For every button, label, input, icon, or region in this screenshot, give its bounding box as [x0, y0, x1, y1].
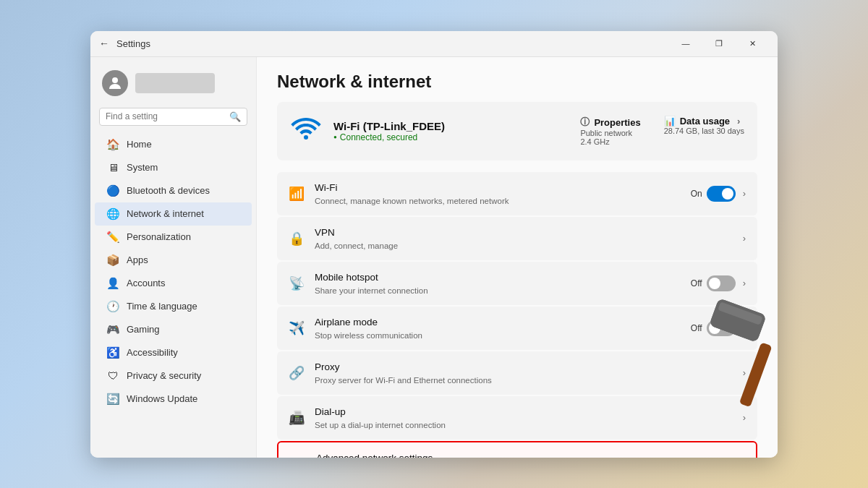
- advanced-text: Advanced network settings View all netwo…: [316, 451, 728, 458]
- system-icon: 🖥: [106, 161, 119, 174]
- sidebar-item-update[interactable]: 🔄 Windows Update: [95, 388, 252, 411]
- update-icon: 🔄: [106, 393, 119, 406]
- vpn-text: VPN Add, connect, manage: [315, 226, 730, 252]
- sidebar-item-system[interactable]: 🖥 System: [95, 156, 252, 179]
- sidebar-item-accessibility[interactable]: ♿ Accessibility: [95, 341, 252, 364]
- vpn-title: VPN: [315, 227, 335, 238]
- wifi-icon: 📶: [289, 186, 305, 202]
- apps-icon: 📦: [106, 254, 119, 267]
- back-button[interactable]: ←: [99, 38, 109, 49]
- proxy-icon: 🔗: [289, 365, 305, 381]
- minimize-button[interactable]: —: [669, 31, 702, 57]
- hotspot-control: Off ›: [691, 275, 746, 291]
- vpn-subtitle: Add, connect, manage: [315, 241, 398, 250]
- airplane-control: Off ›: [691, 320, 746, 336]
- wifi-hero-icon: [290, 112, 322, 150]
- sidebar-item-home[interactable]: 🏠 Home: [95, 133, 252, 156]
- sidebar-item-personalization[interactable]: ✏️ Personalization: [95, 226, 252, 249]
- dialup-text: Dial-up Set up a dial-up internet connec…: [315, 405, 730, 431]
- settings-row-airplane[interactable]: ✈️ Airplane mode Stop wireless communica…: [277, 307, 757, 350]
- hotspot-icon: 📡: [289, 275, 305, 291]
- wifi-text: Wi-Fi Connect, manage known networks, me…: [315, 181, 681, 207]
- airplane-subtitle: Stop wireless communication: [315, 331, 422, 340]
- search-input[interactable]: [106, 111, 225, 121]
- proxy-chevron: ›: [743, 367, 746, 378]
- wifi-control: On ›: [691, 186, 746, 202]
- accessibility-icon: ♿: [106, 346, 119, 359]
- window-controls: — ❐ ✕: [669, 31, 769, 57]
- proxy-subtitle: Proxy server for Wi-Fi and Ethernet conn…: [315, 376, 492, 385]
- wifi-toggle[interactable]: [707, 186, 736, 202]
- airplane-text: Airplane mode Stop wireless communicatio…: [315, 315, 681, 341]
- settings-row-proxy[interactable]: 🔗 Proxy Proxy server for Wi-Fi and Ether…: [277, 351, 757, 395]
- personalization-icon: ✏️: [106, 231, 119, 244]
- titlebar: ← Settings — ❐ ✕: [90, 31, 778, 57]
- sidebar-label-apps: Apps: [127, 254, 148, 265]
- search-box[interactable]: 🔍: [99, 108, 247, 126]
- hotspot-title: Mobile hotspot: [315, 272, 378, 283]
- sidebar-item-network[interactable]: 🌐 Network & internet: [95, 202, 252, 226]
- wifi-hero-info: Wi-Fi (TP-Link_FDEE) Connected, secured: [333, 120, 445, 142]
- hotspot-chevron: ›: [743, 278, 746, 288]
- wifi-properties: ⓘ Properties Public network 2.4 GHz 📊 Da…: [580, 116, 744, 146]
- wifi-prop-data-usage[interactable]: 📊 Data usage › 28.74 GB, last 30 days: [664, 116, 744, 146]
- svg-point-0: [112, 77, 118, 83]
- hotspot-toggle-label: Off: [691, 278, 702, 288]
- close-button[interactable]: ✕: [736, 31, 769, 57]
- page-title: Network & internet: [277, 72, 757, 92]
- wifi-name: Wi-Fi (TP-Link_FDEE): [333, 120, 445, 132]
- sidebar-label-home: Home: [127, 139, 152, 150]
- airplane-toggle[interactable]: [707, 320, 736, 336]
- sidebar-item-time[interactable]: 🕐 Time & language: [95, 295, 252, 318]
- wifi-status: Connected, secured: [333, 132, 445, 142]
- proxy-text: Proxy Proxy server for Wi-Fi and Etherne…: [315, 360, 730, 386]
- airplane-icon: ✈️: [289, 320, 305, 336]
- dialup-subtitle: Set up a dial-up internet connection: [315, 421, 446, 429]
- vpn-chevron: ›: [743, 233, 746, 244]
- settings-row-hotspot[interactable]: 📡 Mobile hotspot Share your internet con…: [277, 262, 757, 305]
- dialup-chevron: ›: [743, 412, 746, 423]
- sidebar-item-accounts[interactable]: 👤 Accounts: [95, 272, 252, 295]
- hotspot-subtitle: Share your internet connection: [315, 286, 428, 295]
- settings-row-dialup[interactable]: 📠 Dial-up Set up a dial-up internet conn…: [277, 396, 757, 440]
- sidebar-item-apps[interactable]: 📦 Apps: [95, 249, 252, 272]
- wifi-hero-card[interactable]: Wi-Fi (TP-Link_FDEE) Connected, secured …: [277, 102, 757, 160]
- settings-row-vpn[interactable]: 🔒 VPN Add, connect, manage ›: [277, 217, 757, 260]
- properties-label: ⓘ Properties: [580, 116, 640, 129]
- airplane-chevron: ›: [743, 322, 746, 333]
- window-body: 🔍 🏠 Home 🖥 System 🔵 Bluetooth & devices …: [90, 57, 778, 458]
- window-title: Settings: [116, 38, 150, 49]
- home-icon: 🏠: [106, 138, 119, 151]
- user-name-placeholder: [135, 73, 215, 93]
- wifi-toggle-label: On: [691, 189, 702, 199]
- sidebar-item-bluetooth[interactable]: 🔵 Bluetooth & devices: [95, 179, 252, 202]
- settings-window: ← Settings — ❐ ✕ 🔍: [90, 31, 778, 458]
- data-usage-label: 📊 Data usage ›: [664, 116, 741, 127]
- maximize-button[interactable]: ❐: [702, 31, 736, 57]
- advanced-title: Advanced network settings: [316, 453, 433, 458]
- advanced-icon: 🖥: [290, 456, 306, 458]
- sidebar-label-bluetooth: Bluetooth & devices: [127, 185, 210, 196]
- wifi-prop-properties[interactable]: ⓘ Properties Public network 2.4 GHz: [580, 116, 640, 146]
- hotspot-text: Mobile hotspot Share your internet conne…: [315, 270, 681, 296]
- main-content: Network & internet Wi-Fi (TP-Link_FDEE) …: [257, 57, 778, 458]
- sidebar-label-accounts: Accounts: [127, 278, 165, 288]
- sidebar-label-accessibility: Accessibility: [127, 347, 178, 358]
- user-profile[interactable]: [90, 64, 256, 105]
- airplane-toggle-label: Off: [691, 323, 702, 333]
- sidebar-item-gaming[interactable]: 🎮 Gaming: [95, 318, 252, 341]
- airplane-toggle-thumb: [709, 322, 720, 334]
- avatar: [102, 70, 128, 96]
- hotspot-toggle[interactable]: [707, 275, 736, 291]
- settings-row-advanced[interactable]: 🖥 Advanced network settings View all net…: [277, 441, 757, 458]
- nav-list: 🏠 Home 🖥 System 🔵 Bluetooth & devices 🌐 …: [90, 133, 256, 411]
- bluetooth-icon: 🔵: [106, 184, 119, 197]
- sidebar-label-time: Time & language: [127, 301, 197, 312]
- sidebar-label-gaming: Gaming: [127, 324, 160, 335]
- settings-row-wifi[interactable]: 📶 Wi-Fi Connect, manage known networks, …: [277, 172, 757, 215]
- time-icon: 🕐: [106, 300, 119, 313]
- settings-list: 📶 Wi-Fi Connect, manage known networks, …: [277, 172, 757, 458]
- search-icon: 🔍: [229, 111, 241, 122]
- sidebar-label-network: Network & internet: [127, 208, 204, 219]
- sidebar-item-privacy[interactable]: 🛡 Privacy & security: [95, 364, 252, 388]
